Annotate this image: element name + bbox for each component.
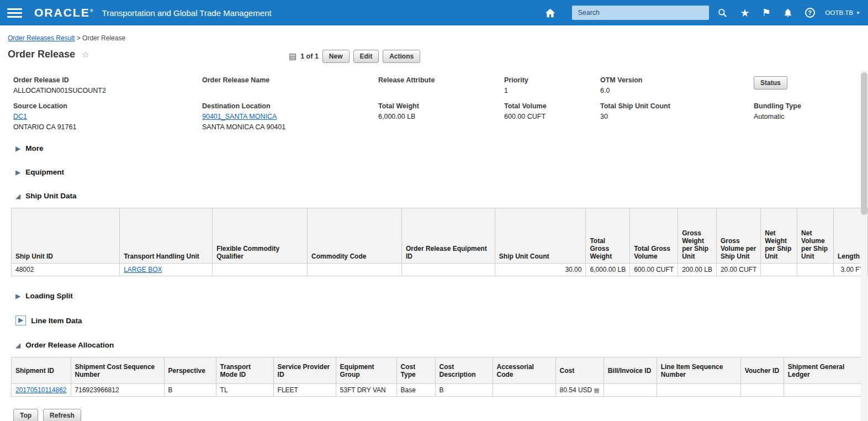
new-button[interactable]: New xyxy=(322,50,350,63)
shipment-id-link[interactable]: 20170510114862 xyxy=(15,386,67,394)
source-location-link[interactable]: DC1 xyxy=(13,113,27,120)
actions-button[interactable]: Actions xyxy=(383,50,420,63)
cell xyxy=(657,384,740,397)
table-row: 48002 LARGE BOX 30.00 6,000.00 LB 600.00… xyxy=(12,264,868,276)
section-line-item-data[interactable]: ▶ Line Item Data xyxy=(15,315,868,325)
collapse-expanded-icon[interactable]: ◢ xyxy=(15,341,20,349)
expand-collapsed-icon[interactable]: ▶ xyxy=(15,145,20,152)
oracle-logo: ORACLE® xyxy=(34,6,93,19)
column-header: Shipment Cost Sequence Number xyxy=(71,357,164,384)
chevron-down-icon: ▼ xyxy=(856,10,860,15)
column-header: Cost Type xyxy=(396,357,435,384)
search-input[interactable] xyxy=(572,6,709,20)
column-header: Net Volume per Ship Unit xyxy=(797,208,834,264)
cell xyxy=(797,264,834,276)
cell: 6,000.00 LB xyxy=(586,264,630,276)
section-title: Equipment xyxy=(25,168,64,176)
field-status: Status xyxy=(754,76,868,94)
top-button[interactable]: Top xyxy=(13,409,38,421)
field-release-attribute: Release Attribute xyxy=(378,76,504,94)
currency-convert-icon[interactable]: ▦ xyxy=(594,387,599,393)
field-label: Order Release ID xyxy=(13,76,202,84)
cell: TL xyxy=(216,384,273,397)
expand-collapsed-icon[interactable]: ▶ xyxy=(15,292,20,300)
field-label: Total Weight xyxy=(378,102,504,110)
breadcrumb: Order Releases Result > Order Release xyxy=(0,25,868,42)
help-icon[interactable]: ? xyxy=(805,8,815,18)
cell: 30.00 xyxy=(495,264,586,276)
field-total-volume: Total Volume 600.00 CUFT xyxy=(504,102,600,131)
field-source-location: Source Location DC1 ONTARIO CA 91761 xyxy=(13,102,202,131)
column-header: Line Item Sequence Number xyxy=(657,357,740,384)
cell: Base xyxy=(396,384,435,397)
focus-outline: ▶ xyxy=(15,315,26,325)
section-loading-split[interactable]: ▶ Loading Split xyxy=(15,292,868,300)
transport-handling-unit-link[interactable]: LARGE BOX xyxy=(124,266,162,273)
column-header: Cost xyxy=(555,357,604,384)
destination-location-address: SANTA MONICA CA 90401 xyxy=(202,123,378,131)
field-label: Source Location xyxy=(13,102,202,110)
section-order-release-allocation[interactable]: ◢ Order Release Allocation xyxy=(15,341,868,349)
cell: 53FT DRY VAN xyxy=(336,384,396,397)
pager-text: 1 of 1 xyxy=(300,52,319,60)
column-header: Gross Volume per Ship Unit xyxy=(716,208,760,264)
cell xyxy=(308,264,402,276)
column-header: Transport Mode ID xyxy=(216,357,273,384)
vertical-scrollbar-thumb[interactable] xyxy=(861,72,867,215)
status-button[interactable]: Status xyxy=(754,76,787,90)
column-header: Bill/Invoice ID xyxy=(604,357,657,384)
user-menu[interactable]: OOTB.TB ▼ xyxy=(825,9,860,16)
column-header: Order Release Equipment ID xyxy=(401,208,495,264)
cell xyxy=(213,264,308,276)
table-header-row: Ship Unit ID Transport Handling Unit Fle… xyxy=(12,208,868,264)
column-header: Perspective xyxy=(164,357,216,384)
home-icon[interactable] xyxy=(544,8,556,18)
favorite-star-icon[interactable]: ☆ xyxy=(82,50,89,59)
top-bar: ORACLE® Transportation and Global Trade … xyxy=(0,0,868,25)
section-title: Line Item Data xyxy=(31,317,82,325)
notifications-bell-icon[interactable] xyxy=(783,8,793,18)
cell: B xyxy=(435,384,493,397)
destination-location-link[interactable]: 90401_SANTA MONICA xyxy=(202,113,277,120)
app-title: Transportation and Global Trade Manageme… xyxy=(102,8,272,18)
edit-button[interactable]: Edit xyxy=(353,50,379,63)
column-header: Flexible Commodity Qualifier xyxy=(213,208,308,264)
toolbar: ▤ 1 of 1 New Edit Actions xyxy=(289,50,420,63)
search-icon[interactable] xyxy=(717,8,728,18)
column-header: Total Gross Volume xyxy=(630,208,678,264)
section-ship-unit-data[interactable]: ◢ Ship Unit Data xyxy=(15,192,868,200)
column-header: Gross Weight per Ship Unit xyxy=(678,208,717,264)
title-row: Order Release ☆ ▤ 1 of 1 New Edit Action… xyxy=(0,49,868,66)
footer-buttons: Top Refresh xyxy=(13,409,868,421)
field-value: 30 xyxy=(600,113,754,120)
field-bundling-type: Bundling Type Automatic xyxy=(754,102,868,131)
section-equipment[interactable]: ▶ Equipment xyxy=(15,168,868,176)
table-header-row: Shipment ID Shipment Cost Sequence Numbe… xyxy=(12,357,861,384)
cell-cost: 80.54 USD▦ xyxy=(555,384,604,397)
pager-list-icon[interactable]: ▤ xyxy=(289,51,297,61)
cell xyxy=(604,384,657,397)
field-total-ship-unit-count: Total Ship Unit Count 30 xyxy=(600,102,754,131)
flag-icon[interactable]: ⚑ xyxy=(761,7,770,19)
breadcrumb-link-order-releases-result[interactable]: Order Releases Result xyxy=(8,34,75,42)
expand-collapsed-icon[interactable]: ▶ xyxy=(18,316,23,324)
cell: B xyxy=(164,384,216,397)
hamburger-menu-icon[interactable] xyxy=(7,6,22,20)
column-header: Cost Description xyxy=(435,357,493,384)
column-header: Commodity Code xyxy=(308,208,402,264)
refresh-button[interactable]: Refresh xyxy=(43,409,81,421)
column-header: Equipment Group xyxy=(336,357,396,384)
section-more[interactable]: ▶ More xyxy=(15,144,868,152)
collapse-expanded-icon[interactable]: ◢ xyxy=(15,192,20,200)
favorites-star-icon[interactable]: ★ xyxy=(740,7,749,19)
section-title: Order Release Allocation xyxy=(25,341,114,349)
page-title: Order Release xyxy=(8,49,75,60)
field-destination-location: Destination Location 90401_SANTA MONICA … xyxy=(202,102,378,131)
cell xyxy=(761,264,797,276)
cell: 716923966812 xyxy=(71,384,164,397)
cell-ship-unit-id: 48002 xyxy=(12,264,120,276)
field-label: Release Attribute xyxy=(378,76,504,84)
cell xyxy=(740,384,784,397)
expand-collapsed-icon[interactable]: ▶ xyxy=(15,169,20,176)
column-header: Ship Unit ID xyxy=(12,208,120,264)
